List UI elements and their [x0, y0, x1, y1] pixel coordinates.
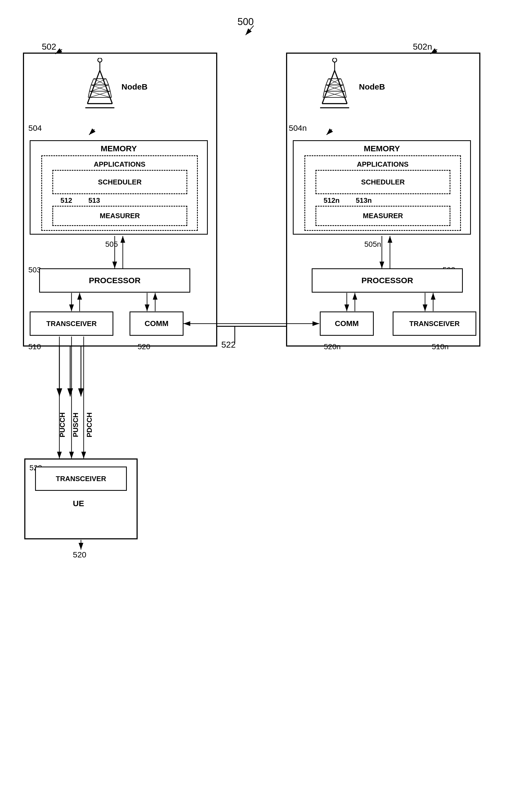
left-scheduler-box: SCHEDULER — [52, 170, 187, 194]
label-512n: 512n — [324, 196, 339, 205]
right-memory-box: MEMORY APPLICATIONS SCHEDULER 512n 513n … — [293, 140, 471, 235]
left-transceiver-box: TRANSCEIVER — [30, 311, 113, 336]
svg-line-56 — [323, 91, 324, 97]
right-transceiver-box: TRANSCEIVER — [393, 311, 476, 336]
label-522-link: 522 — [221, 340, 236, 350]
left-measurer-label: MEASURER — [100, 212, 140, 220]
pusch-label: PUSCH — [72, 413, 80, 437]
right-measurer-label: MEASURER — [363, 212, 403, 220]
label-504: 504 — [28, 123, 42, 133]
right-tower — [313, 58, 356, 113]
left-applications-box: APPLICATIONS SCHEDULER 512 513 MEASURER — [41, 155, 198, 231]
svg-line-35 — [106, 79, 108, 85]
left-transceiver-label: TRANSCEIVER — [47, 320, 97, 328]
label-520-comm: 520 — [138, 342, 150, 351]
label-510: 510 — [28, 342, 41, 351]
right-measurer-box: MEASURER — [316, 206, 450, 226]
left-measurer-box: MEASURER — [52, 206, 187, 226]
svg-line-32 — [91, 79, 94, 85]
right-applications-label: APPLICATIONS — [357, 160, 409, 169]
label-505: 505 — [105, 240, 118, 248]
left-memory-box: MEMORY APPLICATIONS SCHEDULER 512 513 ME… — [30, 140, 208, 235]
pdcch-label: PDCCH — [85, 412, 94, 437]
svg-line-34 — [88, 91, 90, 97]
svg-line-36 — [108, 85, 110, 91]
svg-line-57 — [341, 79, 343, 85]
right-processor-box: PROCESSOR — [312, 268, 463, 293]
label-510n: 510n — [432, 342, 448, 351]
left-nodeb-label: NodeB — [121, 82, 148, 91]
right-nodeb-label: NodeB — [359, 82, 385, 91]
left-applications-label: APPLICATIONS — [94, 160, 146, 169]
label-512: 512 — [61, 196, 72, 205]
right-memory-label: MEMORY — [364, 144, 400, 153]
label-502: 502 — [42, 42, 56, 52]
label-513n: 513n — [356, 196, 371, 205]
left-comm-box: COMM — [130, 311, 183, 336]
right-comm-label: COMM — [335, 319, 359, 328]
svg-line-33 — [90, 85, 91, 91]
svg-point-24 — [98, 58, 102, 62]
svg-line-55 — [324, 85, 326, 91]
label-513: 513 — [88, 196, 100, 205]
right-scheduler-label: SCHEDULER — [361, 178, 405, 186]
left-processor-box: PROCESSOR — [39, 268, 190, 293]
svg-line-37 — [110, 91, 111, 97]
ue-transceiver-box: TRANSCEIVER — [35, 467, 127, 491]
right-scheduler-box: SCHEDULER — [316, 170, 450, 194]
label-505n: 505n — [364, 240, 381, 248]
svg-line-54 — [326, 79, 328, 85]
ue-label: UE — [73, 499, 84, 508]
left-scheduler-label: SCHEDULER — [98, 178, 142, 186]
right-comm-box: COMM — [320, 311, 374, 336]
label-502n: 502n — [413, 42, 432, 52]
svg-point-46 — [332, 58, 337, 62]
title-500: 500 — [238, 16, 254, 27]
diagram-container: 500 502 — [0, 0, 506, 812]
svg-line-26 — [87, 70, 100, 104]
right-processor-label: PROCESSOR — [361, 276, 413, 285]
pucch-label: PUCCH — [58, 412, 67, 437]
label-504n: 504n — [289, 123, 307, 133]
label-520-ue: 520 — [73, 550, 86, 559]
right-applications-box: APPLICATIONS SCHEDULER 512n 513n MEASURE… — [305, 155, 461, 231]
left-comm-label: COMM — [145, 319, 169, 328]
left-tower — [78, 58, 121, 113]
right-transceiver-label: TRANSCEIVER — [409, 320, 459, 328]
ue-transceiver-label: TRANSCEIVER — [56, 475, 106, 483]
label-520n: 520n — [324, 342, 341, 351]
svg-line-58 — [343, 85, 345, 91]
svg-line-59 — [345, 91, 346, 97]
left-processor-label: PROCESSOR — [89, 276, 141, 285]
left-memory-label: MEMORY — [101, 144, 137, 153]
svg-line-27 — [100, 70, 112, 104]
svg-line-49 — [335, 70, 347, 104]
svg-line-48 — [322, 70, 335, 104]
